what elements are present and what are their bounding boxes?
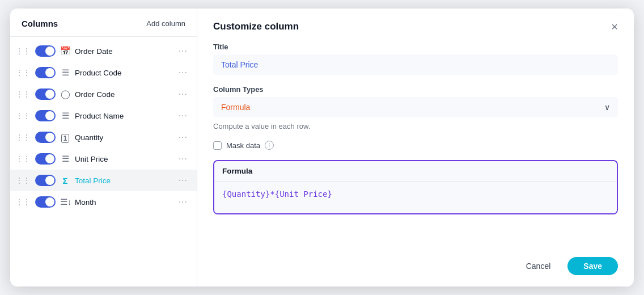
sigma-icon: Σ bbox=[60, 176, 70, 186]
title-label: Title bbox=[213, 43, 618, 51]
column-name-month: Month bbox=[75, 198, 174, 206]
customize-panel: Customize column × Title Column Types Fo… bbox=[197, 9, 634, 286]
column-type-dropdown[interactable]: Formula ∨ bbox=[213, 97, 618, 117]
list-icon: ☰ bbox=[60, 154, 70, 164]
column-more-month[interactable]: ··· bbox=[179, 197, 188, 207]
column-more-product-code[interactable]: ··· bbox=[179, 68, 188, 78]
formula-header: Formula bbox=[214, 161, 617, 182]
footer: Cancel Save bbox=[213, 252, 618, 275]
panel-title: Customize column bbox=[213, 21, 299, 32]
column-toggle-order-code[interactable] bbox=[35, 88, 56, 100]
drag-handle[interactable]: ⋮⋮ bbox=[16, 90, 31, 98]
column-toggle-month[interactable] bbox=[35, 196, 56, 208]
mask-row: Mask data i bbox=[213, 141, 618, 150]
column-name-product-code: Product Code bbox=[75, 69, 174, 77]
columns-header: Columns Add column bbox=[10, 9, 197, 37]
column-more-product-name[interactable]: ··· bbox=[179, 111, 188, 121]
column-name-unit-price: Unit Price bbox=[75, 155, 174, 163]
add-column-button[interactable]: Add column bbox=[146, 19, 185, 28]
drag-handle[interactable]: ⋮⋮ bbox=[16, 176, 31, 184]
list-icon: ☰ bbox=[60, 111, 70, 121]
drag-handle[interactable]: ⋮⋮ bbox=[16, 155, 31, 163]
column-more-order-code[interactable]: ··· bbox=[179, 89, 188, 99]
column-types-section: Column Types Formula ∨ Compute a value i… bbox=[213, 85, 618, 130]
column-item-product-name[interactable]: ⋮⋮☰Product Name··· bbox=[10, 105, 197, 127]
column-name-product-name: Product Name bbox=[75, 112, 174, 120]
calendar-icon: 📅 bbox=[60, 46, 70, 56]
column-item-quantity[interactable]: ⋮⋮1Quantity··· bbox=[10, 127, 197, 148]
column-item-order-code[interactable]: ⋮⋮◯Order Code··· bbox=[10, 83, 197, 105]
column-toggle-product-name[interactable] bbox=[35, 110, 56, 121]
column-more-quantity[interactable]: ··· bbox=[179, 132, 188, 142]
column-list: ⋮⋮📅Order Date···⋮⋮☰Product Code···⋮⋮◯Ord… bbox=[10, 37, 197, 216]
cancel-button[interactable]: Cancel bbox=[516, 257, 561, 275]
drag-handle[interactable]: ⋮⋮ bbox=[16, 69, 31, 77]
title-input[interactable] bbox=[213, 54, 618, 75]
column-name-total-price: Total Price bbox=[75, 176, 174, 185]
fingerprint-icon: ◯ bbox=[60, 89, 70, 99]
column-name-quantity: Quantity bbox=[75, 133, 174, 142]
drag-handle[interactable]: ⋮⋮ bbox=[16, 133, 31, 141]
drag-handle[interactable]: ⋮⋮ bbox=[16, 47, 31, 55]
mask-checkbox[interactable] bbox=[213, 141, 222, 150]
column-types-label: Column Types bbox=[213, 85, 618, 94]
column-more-total-price[interactable]: ··· bbox=[179, 175, 188, 186]
list-sort-icon: ☰↓ bbox=[60, 197, 70, 207]
column-item-month[interactable]: ⋮⋮☰↓Month··· bbox=[10, 191, 197, 213]
column-type-value: Formula bbox=[221, 103, 250, 112]
column-item-order-date[interactable]: ⋮⋮📅Order Date··· bbox=[10, 40, 197, 62]
close-button[interactable]: × bbox=[611, 21, 618, 32]
column-toggle-order-date[interactable] bbox=[35, 45, 56, 57]
number-icon: 1 bbox=[60, 133, 70, 142]
mask-label: Mask data bbox=[226, 141, 260, 150]
column-item-unit-price[interactable]: ⋮⋮☰Unit Price··· bbox=[10, 148, 197, 170]
modal-container: Columns Add column ⋮⋮📅Order Date···⋮⋮☰Pr… bbox=[10, 9, 634, 286]
formula-text: {Quantity}*{Unit Price} bbox=[222, 189, 332, 199]
column-more-unit-price[interactable]: ··· bbox=[179, 154, 188, 164]
columns-panel: Columns Add column ⋮⋮📅Order Date···⋮⋮☰Pr… bbox=[10, 9, 197, 286]
formula-box: Formula {Quantity}*{Unit Price} bbox=[213, 160, 618, 214]
column-item-product-code[interactable]: ⋮⋮☰Product Code··· bbox=[10, 62, 197, 83]
drag-handle[interactable]: ⋮⋮ bbox=[16, 198, 31, 206]
panel-header: Customize column × bbox=[213, 21, 618, 32]
column-name-order-code: Order Code bbox=[75, 90, 174, 99]
info-icon[interactable]: i bbox=[265, 141, 274, 150]
chevron-down-icon: ∨ bbox=[604, 103, 610, 112]
column-name-order-date: Order Date bbox=[75, 47, 174, 56]
column-toggle-total-price[interactable] bbox=[35, 175, 56, 186]
drag-handle[interactable]: ⋮⋮ bbox=[16, 112, 31, 120]
column-toggle-product-code[interactable] bbox=[35, 67, 56, 78]
save-button[interactable]: Save bbox=[567, 257, 618, 275]
columns-title: Columns bbox=[22, 19, 58, 28]
column-more-order-date[interactable]: ··· bbox=[179, 46, 188, 56]
formula-content[interactable]: {Quantity}*{Unit Price} bbox=[214, 182, 617, 213]
column-toggle-unit-price[interactable] bbox=[35, 153, 56, 165]
column-type-description: Compute a value in each row. bbox=[213, 122, 618, 130]
column-toggle-quantity[interactable] bbox=[35, 132, 56, 143]
column-item-total-price[interactable]: ⋮⋮ΣTotal Price··· bbox=[10, 170, 197, 191]
title-section: Title bbox=[213, 43, 618, 75]
list-icon: ☰ bbox=[60, 68, 70, 78]
